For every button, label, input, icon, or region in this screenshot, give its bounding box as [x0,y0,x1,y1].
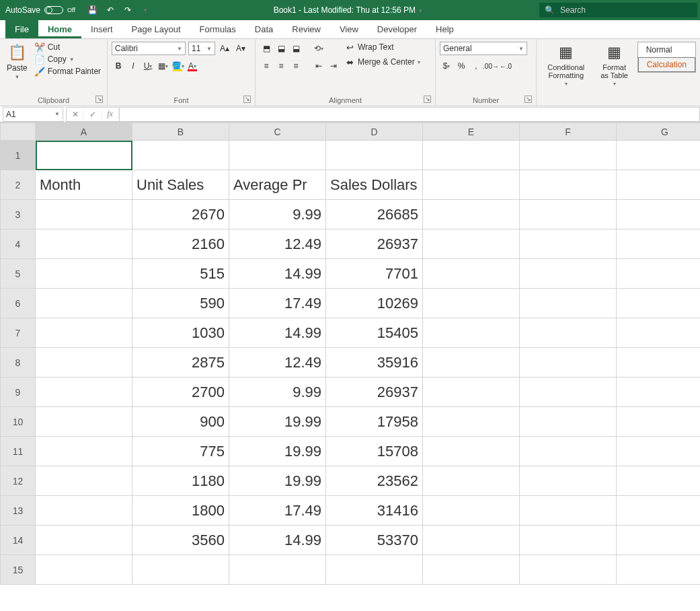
fill-color-button[interactable]: 🪣▾ [171,59,184,73]
conditional-formatting-button[interactable]: ▦ Conditional Formatting▾ [541,42,592,88]
cell[interactable]: 3560 [132,526,229,555]
row-header[interactable]: 2 [1,170,36,200]
wrap-text-button[interactable]: ↩Wrap Text [344,42,420,52]
cell[interactable] [520,141,617,170]
cell[interactable]: 515 [132,259,229,289]
cell[interactable]: 31416 [326,496,423,526]
align-middle-icon[interactable]: ⬓ [274,42,288,55]
row-header[interactable]: 10 [1,407,36,437]
cell[interactable] [520,170,617,200]
col-D[interactable]: D [326,123,423,141]
select-all-corner[interactable] [1,123,36,141]
tab-file[interactable]: File [5,20,38,38]
tab-page-layout[interactable]: Page Layout [122,20,190,38]
tab-formulas[interactable]: Formulas [190,20,245,38]
cell[interactable] [423,229,520,259]
increase-indent-icon[interactable]: ⇥ [327,59,340,73]
row-header[interactable]: 6 [1,289,36,318]
cell[interactable] [617,526,701,555]
cell[interactable]: 14.99 [229,318,326,348]
cell[interactable]: 2670 [132,200,229,229]
cell[interactable] [617,348,701,378]
italic-button[interactable]: I [126,59,140,73]
search-input[interactable] [560,5,692,15]
cell[interactable] [617,200,701,229]
cell-styles-gallery[interactable]: Normal Calculation [637,42,696,73]
cell[interactable]: 2875 [132,348,229,378]
paste-button[interactable]: 📋 Paste ▼ [4,42,30,81]
cell[interactable]: 900 [132,407,229,437]
col-B[interactable]: B [132,123,229,141]
cell[interactable] [520,437,617,466]
row-header[interactable]: 9 [1,378,36,407]
cell[interactable] [229,141,326,170]
cell[interactable] [617,259,701,289]
cell[interactable] [617,555,701,585]
redo-icon[interactable]: ↷ [122,5,133,15]
comma-format-icon[interactable]: , [469,59,483,73]
cut-button[interactable]: ✂️Cut [34,42,101,52]
cell[interactable]: 9.99 [229,200,326,229]
cell[interactable] [423,526,520,555]
cell[interactable] [520,348,617,378]
cell[interactable] [617,289,701,318]
cell[interactable] [36,289,132,318]
cell[interactable] [520,200,617,229]
border-button[interactable]: ▦▾ [156,59,169,73]
cell[interactable]: 12.49 [229,229,326,259]
col-G[interactable]: G [617,123,701,141]
row-header[interactable]: 4 [1,229,36,259]
orientation-icon[interactable]: ⟲▾ [312,42,325,55]
row-header[interactable]: 13 [1,496,36,526]
undo-icon[interactable]: ↶ [105,5,116,15]
col-F[interactable]: F [520,123,617,141]
cell[interactable] [423,170,520,200]
cell[interactable] [617,318,701,348]
cell[interactable] [36,259,132,289]
cell[interactable]: 1030 [132,318,229,348]
row-header[interactable]: 14 [1,526,36,555]
cell[interactable]: 26937 [326,229,423,259]
tab-data[interactable]: Data [245,20,282,38]
font-color-button[interactable]: A▾ [186,59,199,73]
cell[interactable] [132,555,229,585]
percent-format-icon[interactable]: % [455,59,468,73]
cell[interactable]: 14.99 [229,259,326,289]
row-header[interactable]: 11 [1,437,36,466]
cell[interactable]: 35916 [326,348,423,378]
underline-button[interactable]: U▾ [141,59,155,73]
cell[interactable] [520,496,617,526]
tab-view[interactable]: View [330,20,368,38]
row-header[interactable]: 3 [1,200,36,229]
dialog-launcher-icon[interactable]: ↘ [524,96,532,103]
cell[interactable] [423,259,520,289]
cell[interactable]: Unit Sales [132,170,229,200]
cell[interactable] [520,259,617,289]
search-box[interactable]: 🔍 [539,3,697,17]
cell[interactable] [520,407,617,437]
merge-center-button[interactable]: ⬌Merge & Center▾ [344,57,420,67]
bold-button[interactable]: B [112,59,125,73]
cell[interactable]: 9.99 [229,378,326,407]
cell[interactable] [520,289,617,318]
cell[interactable] [617,496,701,526]
cell[interactable]: 26685 [326,200,423,229]
tab-insert[interactable]: Insert [81,20,122,38]
cell[interactable] [617,437,701,466]
cell[interactable]: 17.49 [229,496,326,526]
cell-style-normal[interactable]: Normal [638,42,695,57]
fx-icon[interactable]: fx [102,109,119,119]
cell[interactable]: 15405 [326,318,423,348]
tab-home[interactable]: Home [38,20,81,38]
cancel-formula-icon[interactable]: ✕ [67,110,84,119]
cell[interactable] [326,555,423,585]
row-header[interactable]: 5 [1,259,36,289]
cell[interactable] [423,348,520,378]
cell[interactable]: 7701 [326,259,423,289]
row-header[interactable]: 7 [1,318,36,348]
tab-developer[interactable]: Developer [368,20,426,38]
cell[interactable] [520,526,617,555]
row-header[interactable]: 15 [1,555,36,585]
decrease-indent-icon[interactable]: ⇤ [312,59,325,73]
cell[interactable]: 26937 [326,378,423,407]
